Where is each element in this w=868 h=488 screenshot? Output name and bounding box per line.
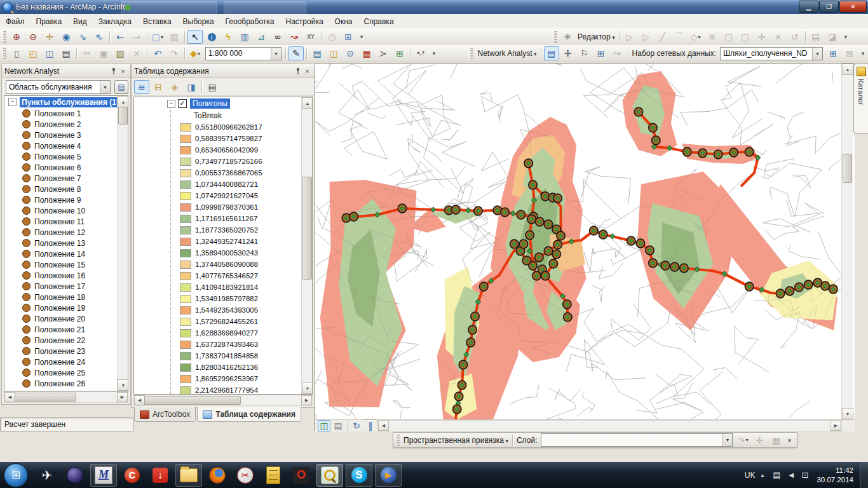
scrollbar-thumb[interactable]	[843, 154, 852, 183]
fixed-zoom-in-icon[interactable]: ⇘	[75, 30, 90, 44]
start-button[interactable]: ⊞	[4, 463, 28, 487]
toc-options-icon[interactable]: ▤	[205, 80, 220, 94]
list-by-drawing-order-icon[interactable]: ≡	[134, 80, 149, 94]
menu-item-5[interactable]: Вставка	[137, 15, 177, 28]
menu-item-2[interactable]: Правка	[31, 15, 68, 28]
menu-item-1[interactable]: Файл	[0, 15, 31, 28]
list-item[interactable]: Положение 14	[4, 248, 128, 259]
toolbar-overflow[interactable]: ▾	[785, 437, 793, 444]
edit-sketch-icon[interactable]: ✎	[288, 46, 304, 60]
taskbar-firefox-app[interactable]	[205, 464, 230, 486]
taskbar-paper-plane-app[interactable]: ✈	[34, 464, 60, 486]
scroll-right-button[interactable]: ▶	[301, 395, 312, 405]
scroll-left-button[interactable]: ◀	[134, 395, 145, 405]
map-horizontal-scrollbar[interactable]: ◀ ▶	[377, 420, 842, 431]
measure-icon[interactable]: ⊿	[254, 30, 269, 44]
legend-item[interactable]: 0,734977185726166	[134, 156, 312, 167]
service-points-root-item[interactable]: Пункты обслуживания (15	[20, 97, 123, 107]
close-button[interactable]: ✕	[839, 1, 867, 13]
list-item[interactable]: Положение 11	[4, 216, 128, 227]
list-by-selection-icon[interactable]: ◨	[184, 80, 199, 94]
list-item[interactable]: Положение 19	[4, 302, 128, 313]
scroll-down-button[interactable]: ▼	[118, 379, 128, 391]
clock[interactable]: 11:42 30.07.2014	[817, 466, 853, 484]
menu-item-4[interactable]: Закладка	[93, 15, 137, 28]
list-item[interactable]: Положение 6	[4, 162, 128, 173]
list-item[interactable]: Положение 25	[4, 367, 128, 378]
close-icon[interactable]: ×	[302, 66, 312, 76]
list-item[interactable]: Положение 23	[4, 346, 128, 356]
taskbar-opera-app[interactable]: O	[288, 464, 314, 486]
legend-item[interactable]: 1,18773365020752	[134, 224, 312, 236]
taskbar-file-manager-app[interactable]	[175, 464, 202, 487]
new-document-icon[interactable]: ▯	[9, 46, 24, 60]
taskbar-download-manager-app[interactable]: ↓	[147, 464, 173, 486]
pin-icon[interactable]	[293, 66, 302, 76]
list-item[interactable]: Положение 15	[4, 259, 128, 270]
legend-item[interactable]: 0,551800966262817	[134, 121, 312, 133]
combo-dropdown-button[interactable]: ▾	[100, 81, 110, 93]
search-window-icon[interactable]: ⊙	[342, 46, 358, 60]
legend-item[interactable]: 1,63732874393463	[134, 339, 312, 350]
legend-item[interactable]: 1,40776765346527	[134, 270, 312, 281]
combo-dropdown-button[interactable]: ▾	[812, 48, 822, 60]
legend-item[interactable]: 1,62883698940277	[134, 327, 312, 339]
list-item[interactable]: Положение 16	[4, 270, 128, 281]
legend-item[interactable]: 2,21429681777954	[134, 384, 312, 395]
go-to-xy-icon[interactable]: XY	[303, 30, 318, 44]
scroll-down-button[interactable]: ▼	[842, 408, 853, 419]
legend-item[interactable]: 1,32449352741241	[134, 236, 312, 247]
list-item[interactable]: Положение 17	[4, 281, 128, 292]
vertical-scrollbar[interactable]: ▲ ▼	[301, 97, 312, 394]
list-item[interactable]: Положение 2	[4, 119, 128, 130]
list-item[interactable]: Положение 20	[4, 313, 128, 324]
scrollbar-thumb[interactable]	[144, 396, 241, 405]
legend-item[interactable]: 1,41094183921814	[134, 281, 312, 293]
tray-icon[interactable]: ⊡	[802, 470, 809, 480]
legend-item[interactable]: 1,09998798370361	[134, 201, 312, 213]
maximize-button[interactable]: ❐	[819, 1, 839, 13]
list-item[interactable]: Положение 21	[4, 324, 128, 335]
layer-name[interactable]: Полигоны	[190, 98, 230, 109]
solve-icon[interactable]: ⊞	[593, 46, 609, 60]
legend-item[interactable]: 1,07429921627045	[134, 190, 312, 201]
legend-item[interactable]: 1,86952996253967	[134, 373, 312, 384]
close-icon[interactable]: ×	[118, 66, 128, 76]
list-item[interactable]: Положение 18	[4, 292, 128, 302]
legend-item[interactable]: 1,57296824455261	[134, 316, 312, 327]
print-icon[interactable]: ▤	[58, 46, 74, 60]
list-item[interactable]: Положение 1	[4, 108, 128, 119]
scroll-up-button[interactable]: ▲	[118, 96, 128, 107]
taskbar-skype-app[interactable]: S	[346, 464, 372, 487]
scroll-up-button[interactable]: ▲	[842, 64, 853, 75]
toolbar-overflow[interactable]: ▾	[358, 34, 365, 40]
legend-item[interactable]: 0,905537366867065	[134, 167, 312, 179]
scrollbar-thumb[interactable]	[302, 177, 312, 280]
zoom-out-icon[interactable]: ⊖	[25, 30, 41, 44]
zoom-in-icon[interactable]: ⊕	[9, 30, 24, 44]
analysis-layer-combo[interactable]: Область обслуживания ▾	[6, 80, 111, 94]
table-of-contents-icon[interactable]: ▤	[309, 46, 325, 60]
back-extent-icon[interactable]: ←	[112, 30, 128, 44]
data-view-button[interactable]: ◫	[318, 420, 330, 431]
taskbar-snipping-app[interactable]: ✂	[233, 464, 258, 486]
scroll-down-button[interactable]: ▼	[302, 383, 313, 394]
refresh-view-icon[interactable]: ↻	[350, 420, 363, 431]
map-vertical-scrollbar[interactable]: ▲ ▼	[841, 64, 853, 419]
menu-item-10[interactable]: Справка	[358, 15, 399, 28]
list-item[interactable]: Положение 9	[4, 194, 128, 205]
menu-item-8[interactable]: Настройка	[280, 15, 329, 28]
language-indicator[interactable]: UK	[745, 471, 756, 480]
legend-item[interactable]: 1,37440586090088	[134, 259, 312, 270]
menu-item-7[interactable]: Геообработка	[220, 15, 280, 28]
network-dataset-combo[interactable]: Шляхи_сполучення_ND▾	[720, 47, 823, 60]
list-item[interactable]: Положение 10	[4, 205, 128, 216]
menu-item-6[interactable]: Выборка	[177, 15, 220, 28]
list-by-visibility-icon[interactable]: ◈	[167, 80, 182, 94]
hyperlink-icon[interactable]: ϟ	[220, 30, 236, 44]
create-network-location-icon[interactable]: ✛	[560, 46, 576, 60]
list-by-source-icon[interactable]: ⊟	[151, 80, 166, 94]
tray-expand-icon[interactable]: ▲	[759, 472, 765, 478]
tray-icon[interactable]: ◄	[787, 470, 796, 480]
identify-icon[interactable]: i	[204, 30, 219, 44]
